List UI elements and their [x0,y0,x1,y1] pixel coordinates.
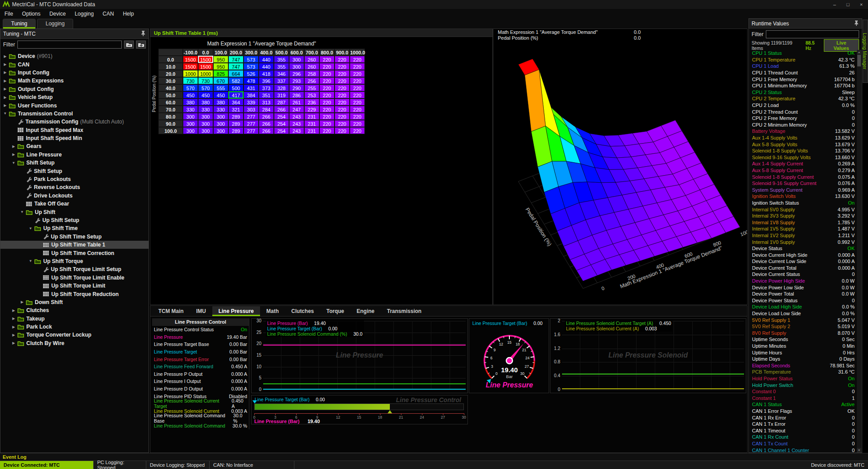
table-cell[interactable]: 289 [228,120,244,127]
table-cell[interactable]: 300 [198,127,213,134]
runtime-row[interactable]: CPU 1 Minimum Memory167704 b [749,82,862,89]
table-cell[interactable]: 220 [335,70,350,77]
tree-item-down-shift[interactable]: ▶Down Shift [0,298,149,306]
tree-item-reverse-lockouts[interactable]: Reverse Lockouts [0,183,149,191]
table-cell[interactable]: 220 [319,91,335,99]
table-cell[interactable]: 231 [304,120,319,127]
table-cell[interactable]: 254 [274,120,289,127]
runtime-row[interactable]: Internal 3V3 Supply3.292 V [749,213,862,219]
table-cell[interactable]: 220 [319,70,335,77]
runtime-row[interactable]: Battery Voltage13.582 V [749,128,862,135]
chevron-right-icon[interactable]: ▶ [11,144,17,148]
chevron-right-icon[interactable]: ▶ [2,103,8,107]
table-cell[interactable]: 300 [183,113,198,120]
table-cell[interactable]: 300 [213,120,228,127]
tree-item-torque-converter-lockup[interactable]: ▶Torque Converter Lockup [0,331,149,339]
table-cell[interactable]: 229 [304,106,319,113]
table-row-header[interactable]: 80.0 [158,113,183,120]
minimize-button[interactable]: – [828,0,841,9]
table-cell[interactable]: 478 [244,77,259,84]
table-cell[interactable]: 747 [228,63,244,70]
table-cell[interactable]: 220 [319,63,335,70]
table-cell[interactable]: 220 [350,63,365,70]
chevron-down-icon[interactable]: ▼ [28,259,33,263]
tree-item-transmission-control[interactable]: ▼Transmission Control [0,110,149,118]
table-cell[interactable]: 825 [213,70,228,77]
runtime-row[interactable]: CPU 1 Thread Count26 [749,70,862,76]
runtime-row[interactable]: Aux 5-8 Supply Current0.279 A [749,167,862,174]
table-cell[interactable]: 220 [335,77,350,84]
table-cell[interactable]: 396 [259,77,274,84]
logging-manager-tab[interactable]: Logging Manager [863,20,868,83]
tree-item-up-shift[interactable]: ▼Up Shift [0,208,149,216]
table-cell[interactable]: 220 [350,99,365,106]
table-cell[interactable]: 313 [259,99,274,106]
tree-item-park-lockouts[interactable]: Park Lockouts [0,175,149,183]
table-cell[interactable]: 220 [335,127,350,134]
table-cell[interactable]: 231 [304,113,319,120]
tree-item-user-functions[interactable]: ▶User Functions [0,101,149,109]
table-cell[interactable]: 293 [289,77,304,84]
tree-item-input-shaft-speed-min[interactable]: Input Shaft Speed Min [0,134,149,142]
table-cell[interactable]: 220 [350,91,365,99]
table-cell[interactable]: 440 [259,56,274,63]
menu-logging[interactable]: Logging [70,10,98,18]
runtime-row[interactable]: CAN 1 Timeout0 [749,427,862,434]
tree-item-gears[interactable]: ▶Gears [0,142,149,150]
table-cell[interactable]: 950 [213,63,228,70]
runtime-row[interactable]: Hold Power SwitchOn [749,382,862,388]
table-cell[interactable]: 277 [244,120,259,127]
runtime-row[interactable]: CAN 1 Error FlagsOK [749,408,862,415]
table-cell[interactable]: 220 [335,56,350,63]
tree-item-up-shift-time-table-1[interactable]: Up Shift Time Table 1 [0,241,149,249]
table-cell[interactable]: 220 [319,56,335,63]
table-cell[interactable]: 450 [183,91,198,99]
table-cell[interactable]: 254 [274,113,289,120]
table-cell[interactable]: 555 [213,84,228,91]
table-cell[interactable]: 1500 [183,56,198,63]
menu-can[interactable]: CAN [98,10,118,18]
tree-item-up-shift-time-correction[interactable]: Up Shift Time Correction [0,249,149,257]
table-cell[interactable]: 328 [274,84,289,91]
line-pressure-chart[interactable]: 302520151050Line PressureLine Pressure (… [251,318,468,393]
table-row-header[interactable]: 100.0 [158,127,183,134]
runtime-row[interactable]: Uptime Days0 Days [749,356,862,362]
table-cell[interactable]: 303 [244,106,259,113]
table-cell[interactable]: 261 [289,99,304,106]
table-row-header[interactable]: 30.0 [158,77,183,84]
table-cell[interactable]: 300 [183,120,198,127]
table-cell[interactable]: 220 [319,106,335,113]
table-cell[interactable]: 321 [228,106,244,113]
table-cell[interactable]: 380 [198,99,213,106]
chevron-right-icon[interactable]: ▶ [11,341,17,345]
table-cell[interactable]: 253 [304,91,319,99]
runtime-row[interactable]: CPU 2 Minimum Memory0 [749,122,862,128]
chevron-down-icon[interactable]: ▼ [28,226,33,230]
runtime-filter-input[interactable] [766,30,859,38]
tree-item-park-lock[interactable]: ▶Park Lock [0,323,149,331]
runtime-row[interactable]: Solenoid 9-16 Supply Volts13.660 V [749,154,862,161]
table-cell[interactable]: 417 [228,91,244,99]
pin-icon[interactable] [141,30,146,37]
runtime-row[interactable]: CPU 2 StatusSleep [749,89,862,96]
runtime-row[interactable]: CPU 1 Free Memory167704 b [749,76,862,82]
table-cell[interactable]: 330 [213,106,228,113]
table-cell[interactable]: 526 [244,70,259,77]
runtime-row[interactable]: Aux 5-8 Supply Volts13.679 V [749,141,862,148]
tree-item-device[interactable]: ▶Device(#901) [0,52,149,60]
chevron-right-icon[interactable]: ▶ [2,54,8,58]
tab-engine[interactable]: Engine [351,306,381,316]
table-cell[interactable]: 220 [335,84,350,91]
chevron-right-icon[interactable]: ▶ [2,95,8,99]
table-cell[interactable]: 220 [335,63,350,70]
tree-item-up-shift-time-setup[interactable]: Up Shift Time Setup [0,233,149,241]
runtime-row[interactable]: CAN 1 Rx Error0 [749,414,862,421]
menu-help[interactable]: Help [118,10,138,18]
solenoid-current-chart[interactable]: 21.61.20.80.40Line Pressure SolenoidLine… [550,318,746,393]
table-col-header[interactable]: 1000.0 [350,49,365,56]
line-pressure-bar-gauge[interactable]: Line Pressure Target (Bar)0.00Line Press… [251,395,468,424]
runtime-row[interactable]: Aux 1-4 Supply Current0.269 A [749,160,862,167]
runtime-row[interactable]: CPU 2 Temperature42.3 °C [749,95,862,102]
chevron-down-icon[interactable]: ▼ [2,111,8,115]
table-cell[interactable]: 220 [350,56,365,63]
